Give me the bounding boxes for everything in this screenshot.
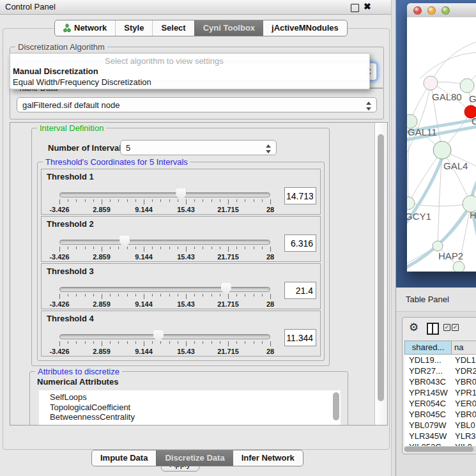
- network-edge[interactable]: [431, 42, 476, 83]
- slider-tick: [144, 341, 144, 346]
- checkbox-icon[interactable]: ✓: [443, 324, 450, 331]
- tab-jactivemnodules[interactable]: jActiveMNodules: [263, 20, 347, 36]
- slider-tick: [68, 341, 68, 344]
- scrollbar-thumb[interactable]: [378, 134, 384, 401]
- slider-track[interactable]: [59, 334, 270, 339]
- node-gal4[interactable]: [433, 141, 451, 159]
- slider-tick-label: 2.859: [93, 300, 111, 308]
- slider-tick: [93, 341, 94, 344]
- table-row[interactable]: YDR27... YDR2: [404, 365, 476, 376]
- attribute-item[interactable]: BetweennessCentrality: [50, 412, 341, 422]
- attribute-item[interactable]: SelfLoops: [50, 392, 341, 403]
- tab-discretize-data[interactable]: Discretize Data: [156, 450, 233, 466]
- combobox-stepper-icon[interactable]: [265, 143, 272, 155]
- tab-network[interactable]: Network: [55, 20, 115, 36]
- threshold-value-input[interactable]: [284, 329, 316, 346]
- tab-select[interactable]: Select: [152, 20, 194, 36]
- slider-tick: [194, 294, 195, 296]
- checkbox-icon[interactable]: ✓: [452, 324, 459, 331]
- network-canvas[interactable]: GAL80GCGAL11GAL4GCY1HHAP2: [407, 17, 476, 272]
- node-gal80[interactable]: [424, 76, 438, 90]
- table-row[interactable]: YIL052C YIL0: [404, 441, 476, 446]
- table-row[interactable]: YER054C YER0: [404, 398, 476, 409]
- tab-impute-data[interactable]: Impute Data: [92, 450, 156, 466]
- slider-track[interactable]: [59, 240, 270, 245]
- slider-tick-label: 9.144: [135, 206, 153, 213]
- close-icon[interactable]: ✖: [364, 1, 371, 12]
- slider-tick: [68, 294, 68, 296]
- minimize-traffic-light-icon[interactable]: [427, 6, 436, 15]
- slider-tick: [135, 247, 136, 249]
- attribute-item[interactable]: TopologicalCoefficient: [50, 403, 341, 413]
- slider-tick: [59, 294, 60, 299]
- table-row[interactable]: YPR145W YPR1: [404, 387, 476, 398]
- tab-infer-network[interactable]: Infer Network: [233, 450, 303, 466]
- zoom-traffic-light-icon[interactable]: [441, 6, 450, 15]
- node-hap2[interactable]: [433, 241, 443, 251]
- slider-tick-label: 21.715: [217, 300, 239, 308]
- table-row[interactable]: YLR345W YLR3: [404, 431, 476, 441]
- node-label: C: [472, 116, 476, 127]
- slider-tick: [85, 341, 86, 344]
- numerical-attributes-label: Numerical Attributes: [37, 377, 118, 387]
- dropdown-option-equal-width[interactable]: Equal Width/Frequency Discretization: [10, 77, 369, 88]
- close-traffic-light-icon[interactable]: [413, 6, 422, 15]
- threshold-value-input[interactable]: [284, 187, 316, 204]
- combobox-stepper-icon[interactable]: [365, 100, 372, 112]
- slider-tick: [160, 199, 161, 202]
- num-intervals-combobox[interactable]: 5: [120, 140, 277, 155]
- horizontal-scrollbar[interactable]: [404, 446, 476, 452]
- node-bottom[interactable]: [453, 261, 464, 272]
- application-window: Control Panel ✖ Network Style Select Cyn…: [0, 0, 476, 476]
- cell-shared-name: YDL19...: [404, 355, 452, 365]
- float-window-icon[interactable]: [351, 4, 359, 12]
- slider-tick: [186, 247, 187, 252]
- top-tabbar: Network Style Select Cyni Toolbox jActiv…: [54, 20, 348, 36]
- column-header-name[interactable]: na: [452, 341, 476, 355]
- dropdown-option-manual[interactable]: Manual Discretization: [10, 66, 369, 77]
- table-row[interactable]: YDL19... YDL1: [404, 355, 476, 365]
- scrollbar-thumb[interactable]: [404, 447, 473, 452]
- node-gcy1[interactable]: [407, 197, 415, 210]
- vertical-scrollbar[interactable]: [374, 123, 387, 425]
- settings-scroll-panel: Interval Definition Number of Intervals …: [10, 122, 388, 426]
- slider-tick: [178, 294, 178, 296]
- threshold-value-input[interactable]: [284, 282, 316, 299]
- slider-tick-label: -3.426: [49, 348, 69, 355]
- slider-tick: [270, 341, 271, 346]
- columns-icon[interactable]: [427, 323, 439, 335]
- slider-track[interactable]: [59, 287, 270, 292]
- slider-ticks: [59, 199, 270, 205]
- node-label: GAL80: [432, 91, 462, 102]
- threshold-value-input[interactable]: [284, 234, 316, 252]
- threshold-panel: Threshold 4 -3.4262.8599.14415.4321.7152…: [41, 311, 321, 357]
- tab-label: Impute Data: [100, 450, 148, 466]
- slider-tick-label: 15.43: [177, 206, 195, 213]
- tab-style[interactable]: Style: [115, 20, 152, 36]
- attributes-list-scrollbar[interactable]: [333, 392, 339, 420]
- group-title: Threshold's Coordinates for 5 Intervals: [43, 157, 190, 167]
- slider-track[interactable]: [59, 192, 270, 197]
- table-row[interactable]: YBR045C YBR0: [404, 409, 476, 420]
- slider-tick: [270, 199, 271, 204]
- slider-tick: [93, 294, 94, 296]
- slider-tick: [178, 247, 178, 249]
- network-edge[interactable]: [420, 52, 476, 79]
- tab-cyni-toolbox[interactable]: Cyni Toolbox: [194, 20, 263, 36]
- cell-name: YLR3: [452, 431, 476, 441]
- gear-icon[interactable]: ⚙: [409, 321, 418, 334]
- table-row[interactable]: YBL079W YBL0: [404, 420, 476, 431]
- table-data-combobox[interactable]: galFiltered.sif default node: [17, 97, 377, 112]
- column-header-shared-name[interactable]: shared...: [404, 341, 452, 355]
- slider-tick: [160, 247, 161, 249]
- slider-tick: [160, 294, 161, 296]
- slider-ticks: [59, 341, 270, 347]
- slider-tick: [245, 199, 245, 202]
- table-row[interactable]: YBR043C YBR0: [404, 376, 476, 387]
- slider-tick: [236, 247, 237, 249]
- cell-shared-name: YIL052C: [404, 441, 452, 446]
- panel-splitter[interactable]: [391, 0, 396, 476]
- node-top-right[interactable]: [460, 79, 474, 93]
- slider-tick-label: -3.426: [49, 206, 69, 213]
- node-label: GAL11: [408, 127, 437, 137]
